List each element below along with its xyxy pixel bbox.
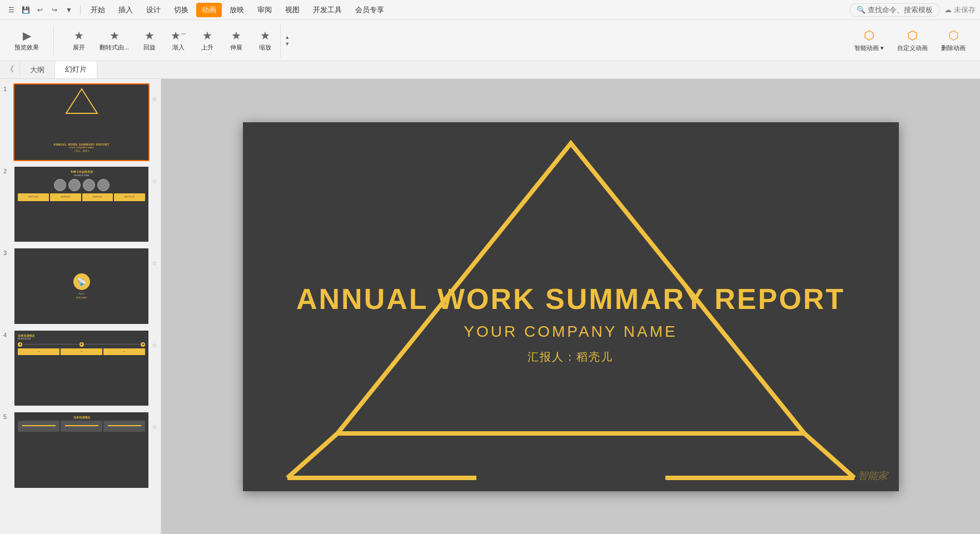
menu-review[interactable]: 审阅 [252,3,277,17]
menu-icon-undo-group[interactable]: ↩ [33,3,47,17]
slide-thumb-inner-5: 任务完成情况 ··· ··· ··· [14,412,148,488]
spin-label: 回旋 [143,43,156,52]
thumb1-triangle-svg [65,87,98,116]
slide-canvas[interactable]: ANNUAL WORK SUMMARY REPORT YOUR COMPANY … [243,122,899,491]
slide-item-4: 4 任务完成情况 WE ARE A TEAM Q1 Q2 Q [3,330,157,407]
slide-item-2: 2 年终工作总结员员 WE ARE A TEAM 部署工作情况 销售绩效展示 问… [3,166,157,243]
thumb2-card-4: 来年工作计划 [114,193,145,201]
toolbar-smart-animation[interactable]: ⬡ 智能动画 ▾ [849,25,889,56]
thumb2-circles [18,179,145,191]
thumb3-part: Part 1 [78,292,84,295]
thumb2-subtitle: WE ARE A TEAM [18,174,145,177]
thumb5-card-1: ··· [18,421,59,432]
thumb5-text-1: ··· [38,427,39,428]
toolbar-spin[interactable]: ★ 回旋 [136,26,163,55]
fadein-label: 渐入 [172,43,185,52]
thumb5-card-3: ··· [103,421,145,432]
search-label: 查找命令、搜索模板 [868,5,933,15]
slide-number-5: 5 [3,411,11,420]
rise-label: 上升 [201,43,213,52]
thumb2-circle-1 [54,179,66,191]
menu-animation[interactable]: 动画 [196,3,222,17]
menu-developer[interactable]: 开发工具 [307,3,347,17]
slide-thumb-inner-3: 📡 Part 1 稻壳儿制作 [14,248,148,324]
toolbar-scroll-controls[interactable]: ▲ ▼ [280,24,291,57]
menu-icon-list[interactable]: ☰ [4,3,18,17]
slide-star-1[interactable]: ☆ [152,83,157,103]
menu-icon-redo[interactable]: ↪ [48,3,61,17]
thumb5-title: 任务完成情况 [18,416,145,419]
thumb5-text-2: ··· [81,427,82,428]
toolbar-preview[interactable]: ▶ 预览效果 [9,26,44,55]
tab-slides[interactable]: 幻灯片 [54,61,97,78]
thumb3-broadcast-icon: 📡 [77,277,86,286]
slide-item-5: 5 任务完成情况 ··· ··· [3,411,157,489]
panel-header: 《 大纲 幻灯片 [0,61,980,79]
slide-star-2[interactable]: ☆ [152,166,157,185]
thumb4-box-3: Q3 [103,348,145,355]
menu-start[interactable]: 开始 [85,3,111,17]
tab-group: 大纲 幻灯片 [20,61,97,78]
toolbar-stretch[interactable]: ★ 伸展 [222,26,250,55]
unsaved-status: ☁ 未保存 [944,5,976,15]
slide-star-3[interactable]: ☆ [152,247,157,267]
thumb4-dot-2 [79,342,84,347]
main-reporter: 汇报人：稻壳儿 [296,350,845,365]
slide-number-3: 3 [3,247,11,256]
menu-view[interactable]: 视图 [280,3,305,17]
panel-collapse-btn[interactable]: 《 [0,61,20,78]
slide-thumb-2[interactable]: 年终工作总结员员 WE ARE A TEAM 部署工作情况 销售绩效展示 问题情… [13,166,150,243]
thumb1-texts: ANNUAL WORK SUMMARY REPORT YOUR COMPANY … [14,143,148,152]
preview-icon: ▶ [23,29,31,42]
menu-insert[interactable]: 插入 [113,3,138,17]
main-area: 1 ANNUAL WORK SUMMARY REPORT YOUR COMPAN… [0,79,980,534]
flip-label: 翻转式由... [100,43,129,52]
menu-slideshow[interactable]: 放映 [224,3,250,17]
stretch-icon: ★ [231,29,241,42]
slide-thumb-1[interactable]: ANNUAL WORK SUMMARY REPORT YOUR COMPANY … [13,83,150,161]
menu-design[interactable]: 设计 [141,3,166,17]
search-bar[interactable]: 🔍 查找命令、搜索模板 [849,3,940,17]
toolbar-flip[interactable]: ★ 翻转式由... [94,26,135,55]
tab-outline[interactable]: 大纲 [20,62,54,78]
preview-label: 预览效果 [14,43,39,52]
slide-number-4: 4 [3,330,11,338]
slide-thumb-4[interactable]: 任务完成情况 WE ARE A TEAM Q1 Q2 Q3 [13,330,150,407]
thumb2-circle-2 [68,179,81,191]
thumb4-box-2: Q2 [61,348,102,355]
slide-thumb-5[interactable]: 任务完成情况 ··· ··· ··· [13,411,150,489]
slide-thumb-3[interactable]: 📡 Part 1 稻壳儿制作 [13,247,150,325]
stretch-label: 伸展 [230,43,242,52]
menu-icon-save[interactable]: 💾 [19,3,32,17]
slide-star-5[interactable]: ☆ [152,411,157,431]
menu-transition[interactable]: 切换 [168,3,194,17]
toolbar-delete-animation[interactable]: ⬡ 删除动画 [936,25,971,56]
toolbar-custom-animation[interactable]: ⬡ 自定义动画 [892,25,933,56]
smart-anim-label: 智能动画 ▾ [854,44,884,52]
menu-icon-more[interactable]: ▼ [62,3,76,17]
unsaved-label: 未保存 [954,5,976,15]
toolbar-zoom[interactable]: ★ 缩放 [251,26,279,55]
slide-star-4[interactable]: ☆ [152,330,157,349]
thumb5-bar-1 [22,425,56,426]
file-menu-icons: ☰ 💾 ↩ ↪ ▼ [4,3,76,17]
thumb1-reporter: 汇报人：稻壳儿 [14,150,148,152]
fadein-icon: ★⁻ [171,29,187,42]
flip-icon: ★ [110,29,120,42]
toolbar-rise[interactable]: ★ 上升 [193,26,221,55]
slide-item-3: 3 📡 Part 1 稻壳儿制作 ☆ [3,247,157,325]
slide-number-2: 2 [3,166,11,174]
rise-icon: ★ [202,29,212,42]
thumb1-subtitle: YOUR COMPANY NAME [14,146,148,149]
menu-vip[interactable]: 会员专享 [350,3,390,17]
toolbar-fadein[interactable]: ★⁻ 渐入 [165,26,192,55]
thumb5-bar-2 [65,425,98,426]
toolbar-expand[interactable]: ★ 展开 [65,26,93,55]
slide-item-1: 1 ANNUAL WORK SUMMARY REPORT YOUR COMPAN… [3,83,157,161]
slide-number-1: 1 [3,83,11,92]
svg-line-3 [804,433,854,478]
thumb2-cards: 部署工作情况 销售绩效展示 问题情况总结 来年工作计划 [18,193,145,201]
slide-panel: 1 ANNUAL WORK SUMMARY REPORT YOUR COMPAN… [0,79,161,534]
toolbar-animation-items: ★ 展开 ★ 翻转式由... ★ 回旋 ★⁻ 渐入 ★ 上升 ★ 伸展 ★ 缩放… [65,24,291,57]
menu-divider-1 [80,5,81,15]
